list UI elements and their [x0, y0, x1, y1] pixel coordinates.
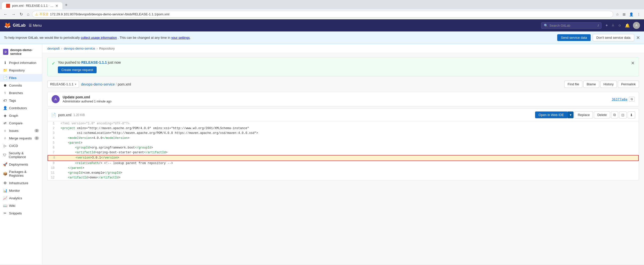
sidebar-item-compare[interactable]: ⇄ Compare — [0, 119, 42, 127]
breadcrumb-devops6[interactable]: devops6 — [47, 47, 60, 50]
copy-file-button[interactable]: ⧉ — [611, 111, 618, 119]
sidebar-label-wiki: Wiki — [9, 204, 15, 208]
profile-button[interactable]: 👤 — [628, 11, 635, 17]
user-avatar[interactable]: A — [633, 22, 640, 29]
notification-close-button[interactable]: ✕ — [636, 35, 640, 41]
commits-icon: ⏺ — [3, 83, 7, 87]
merge-requests-button[interactable]: ⑃ — [611, 22, 615, 29]
back-button[interactable]: ← — [2, 11, 9, 18]
new-tab-button[interactable]: + — [62, 1, 70, 9]
sidebar-item-branches[interactable]: ⑂ Branches — [0, 89, 42, 97]
sidebar-item-snippets[interactable]: ✂ Snippets — [0, 209, 42, 217]
copy-hash-button[interactable]: ⧉ — [629, 97, 635, 102]
security-label: 不安全 — [39, 12, 49, 16]
collect-usage-link[interactable]: collect usage information — [81, 36, 117, 40]
branch-selector[interactable]: RELEASE-1.1.1 ▾ — [47, 81, 79, 88]
line-content: <parent> — [58, 141, 639, 145]
tab-close-button[interactable]: ✕ — [55, 4, 58, 8]
url-display: 172.29.9.101:8076/devops6/devops-demo-se… — [50, 12, 610, 16]
sidebar-item-graph[interactable]: ◈ Graph — [0, 112, 42, 119]
commit-details: Update pom.xml Administrator authored 1 … — [63, 95, 609, 103]
sidebar-label-snippets: Snippets — [9, 211, 22, 215]
bookmark-button[interactable]: ☆ — [614, 11, 621, 17]
project-header: D devops-demo-service — [0, 46, 42, 58]
notification-text: To help improve GitLab, we would like to… — [4, 36, 555, 40]
repository-icon: 📁 — [3, 68, 7, 72]
sidebar-item-repository[interactable]: 📁 Repository — [0, 66, 42, 74]
open-web-ide-button[interactable]: Open in Web IDE — [535, 111, 568, 118]
extensions-button[interactable]: ⊞ — [621, 11, 627, 17]
blame-button[interactable]: Blame — [583, 81, 599, 88]
reload-button[interactable]: ↻ — [18, 11, 24, 18]
home-button[interactable]: ⌂ — [25, 11, 31, 18]
file-browser-header: RELEASE-1.1.1 ▾ devops-demo-service / po… — [47, 79, 639, 90]
pushed-branch-link[interactable]: RELEASE-1.1.1 — [81, 60, 107, 64]
permalink-button[interactable]: Permalink — [618, 81, 639, 88]
open-web-ide-dropdown-button[interactable]: ▾ — [568, 111, 574, 118]
open-web-ide-group: Open in Web IDE ▾ — [535, 111, 574, 118]
sidebar-item-issues[interactable]: ○ Issues 0 — [0, 127, 42, 134]
commit-author: Administrator — [63, 100, 80, 103]
sidebar-item-cicd[interactable]: ▷ CI/CD — [0, 142, 42, 149]
line-number: 10 — [48, 166, 58, 171]
sidebar-label-deployments: Deployments — [9, 163, 28, 166]
sidebar-item-wiki[interactable]: 📖 Wiki — [0, 202, 42, 209]
sidebar-item-analytics[interactable]: 📈 Analytics — [0, 194, 42, 202]
sidebar-item-project-information[interactable]: ℹ Project information — [0, 59, 42, 66]
breadcrumb-devops-demo-service[interactable]: devops-demo-service — [64, 47, 95, 50]
sidebar-item-security-compliance[interactable]: 🛡 Security & Compliance — [0, 149, 42, 161]
sidebar-item-contributors[interactable]: 👤 Contributors — [0, 104, 42, 112]
forward-button[interactable]: → — [10, 11, 17, 18]
settings-link[interactable]: your settings — [171, 36, 190, 40]
line-content: <artifactId>demo</artifactId> — [58, 175, 639, 180]
sidebar-item-packages-registries[interactable]: 📦 Packages & Registries — [0, 168, 42, 179]
breadcrumb-repository: Repository — [99, 47, 115, 50]
raw-file-button[interactable]: ⊡ — [619, 111, 627, 119]
sidebar-item-merge-requests[interactable]: ⑃ Merge requests 0 — [0, 134, 42, 142]
contributors-icon: 👤 — [3, 106, 7, 110]
sidebar-item-infrastructure[interactable]: ⚙ Infrastructure — [0, 179, 42, 187]
graph-icon: ◈ — [3, 113, 7, 118]
line-content: <modelVersion>4.0.0</modelVersion> — [58, 136, 639, 141]
header-search-box[interactable]: 🔍 Search GitLab / — [541, 22, 601, 29]
sidebar-item-tags[interactable]: 🏷 Tags — [0, 97, 42, 104]
replace-button[interactable]: Replace — [575, 111, 593, 119]
history-button[interactable]: History — [600, 81, 617, 88]
file-path-project[interactable]: devops-demo-service — [81, 82, 115, 86]
push-notification-close-button[interactable]: ✕ — [631, 60, 635, 66]
sidebar-label-repository: Repository — [9, 68, 25, 72]
delete-button[interactable]: Delete — [594, 111, 610, 119]
code-line: 10 </parent> — [48, 166, 639, 171]
header-menu-button[interactable]: ☰ Menu — [29, 23, 42, 27]
gitlab-logo: 🦊 GitLab — [4, 22, 26, 29]
line-number: 9 — [48, 161, 58, 166]
commit-meta: Administrator authored 1 minute ago — [63, 100, 609, 103]
find-file-button[interactable]: Find file — [564, 81, 582, 88]
issues-button[interactable]: ○ — [617, 22, 622, 29]
create-button[interactable]: + — [605, 22, 609, 29]
sidebar-item-commits[interactable]: ⏺ Commits — [0, 82, 42, 89]
tab-bar: pom.xml · RELEASE-1.1.1 · dev... ✕ + — [0, 0, 644, 9]
code-viewer: 1<?xml version="1.0" encoding="UTF-8"?>2… — [48, 121, 639, 180]
dont-send-service-data-button[interactable]: Don't send service data — [593, 34, 634, 41]
create-merge-request-button[interactable]: Create merge request — [58, 66, 97, 73]
notifications-button[interactable]: 🔔 — [624, 22, 631, 29]
line-content: xsi:schemaLocation="http://maven.apache.… — [58, 131, 639, 136]
commit-hash-link[interactable]: 36377a8e — [612, 97, 627, 101]
line-content: <groupId>com.example</groupId> — [58, 171, 639, 175]
sidebar-label-security-compliance: Security & Compliance — [9, 151, 39, 159]
sidebar-label-monitor: Monitor — [9, 189, 20, 193]
sidebar-item-files[interactable]: 📄 Files — [0, 74, 42, 82]
menu-button[interactable]: ⋮ — [635, 11, 642, 17]
line-content: <project xmlns="http://maven.apache.org/… — [58, 126, 639, 131]
sidebar-label-files: Files — [9, 76, 17, 80]
active-tab[interactable]: pom.xml · RELEASE-1.1.1 · dev... ✕ — [2, 2, 62, 9]
cicd-icon: ▷ — [3, 144, 7, 148]
push-notification-content: You pushed to RELEASE-1.1.1 just now Cre… — [58, 60, 628, 73]
download-file-button[interactable]: ⬇ — [628, 111, 635, 119]
sidebar-item-monitor[interactable]: 📊 Monitor — [0, 187, 42, 194]
project-avatar: D — [3, 49, 8, 55]
send-service-data-button[interactable]: Send service data — [557, 34, 590, 41]
sidebar-item-deployments[interactable]: 🚀 Deployments — [0, 161, 42, 168]
address-bar[interactable]: ⚠ 不安全 172.29.9.101:8076/devops6/devops-d… — [32, 11, 613, 18]
